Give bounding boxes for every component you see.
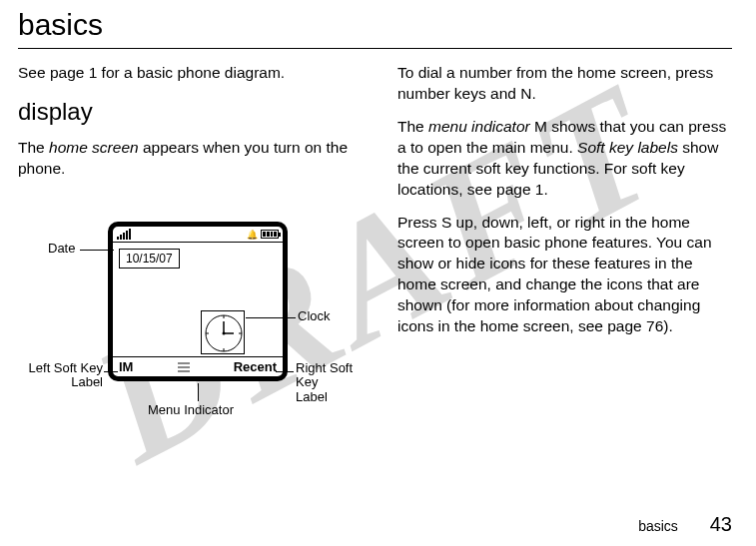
term-menu-indicator: menu indicator [428, 118, 530, 135]
clock-icon [202, 311, 246, 355]
footer-page-number: 43 [710, 513, 732, 535]
term-home-screen: home screen [49, 139, 139, 156]
text: Right Soft Key [296, 361, 358, 390]
title-rule [18, 48, 732, 49]
left-column: See page 1 for a basic phone diagram. di… [18, 63, 358, 421]
para-menu-indicator: The menu indicator M shows that you can … [397, 117, 732, 201]
text: shows that you can press [547, 118, 726, 135]
status-bar: 🔔 [113, 227, 283, 243]
page: basics See page 1 for a basic phone diag… [0, 0, 756, 546]
key-m: M [534, 118, 547, 135]
para-press-s: Press S up, down, left, or right in the … [397, 213, 732, 338]
key-n: N [520, 85, 531, 102]
right-column: To dial a number from the home screen, p… [397, 63, 732, 421]
heading-display: display [18, 96, 358, 128]
leader [80, 250, 114, 251]
text: Press [397, 214, 441, 231]
para-see-page: See page 1 for a basic phone diagram. [18, 63, 358, 84]
text: The [18, 139, 49, 156]
text: up, down, left, or right in the home scr… [397, 214, 712, 335]
date-box: 10/15/07 [119, 249, 180, 269]
page-title: basics [18, 8, 732, 42]
menu-indicator-icon [178, 362, 190, 372]
text: to open the main menu. [406, 139, 577, 156]
callout-left-soft: Left Soft Key Label [18, 361, 103, 390]
key-a: a [397, 139, 406, 156]
columns: See page 1 for a basic phone diagram. di… [18, 63, 732, 421]
soft-key-bar: IM Recent [113, 356, 283, 376]
para-home-screen: The home screen appears when you turn on… [18, 138, 358, 180]
ring-icon: 🔔 [247, 229, 258, 241]
leader [104, 371, 118, 372]
battery-icon [261, 230, 279, 239]
signal-icon [117, 229, 131, 240]
callout-clock: Clock [298, 309, 331, 323]
text: The [397, 118, 428, 135]
leader [246, 317, 296, 318]
leader [198, 383, 199, 401]
key-s: S [441, 214, 451, 231]
phone-diagram: 🔔 10/15/07 [18, 192, 358, 421]
text: Label [296, 390, 358, 404]
page-footer: basics 43 [638, 513, 732, 536]
text: . [531, 85, 535, 102]
term-soft-key-labels: Soft key labels [577, 139, 678, 156]
phone-screen: 🔔 10/15/07 [108, 222, 288, 381]
right-soft-key-label: Recent [234, 358, 277, 376]
callout-menu-indicator: Menu Indicator [148, 403, 234, 417]
text: To dial a number from the home screen, p… [397, 64, 713, 102]
para-dial: To dial a number from the home screen, p… [397, 63, 732, 105]
callout-right-soft: Right Soft Key Label [296, 361, 358, 404]
callout-date: Date [48, 242, 75, 256]
text: Label [18, 375, 103, 389]
left-soft-key-label: IM [119, 358, 133, 376]
text: Left Soft Key [18, 361, 103, 375]
status-right: 🔔 [247, 229, 279, 241]
leader [276, 371, 294, 372]
footer-section: basics [638, 518, 678, 534]
clock-box [201, 310, 245, 354]
